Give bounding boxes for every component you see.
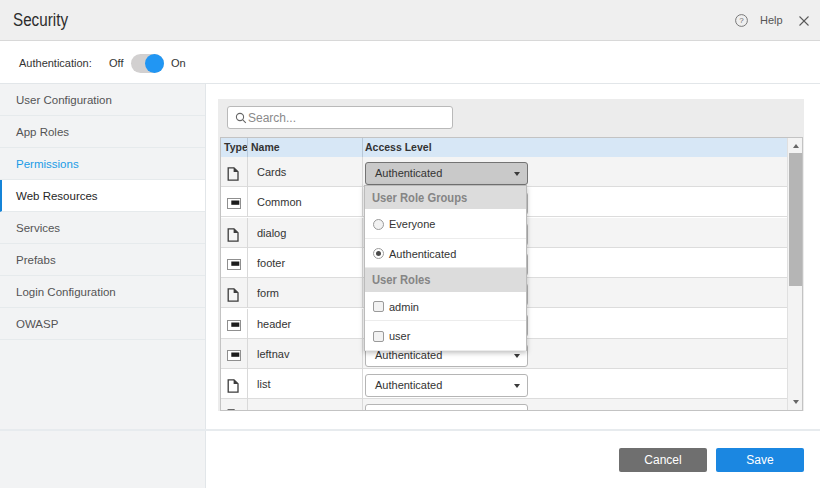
svg-text:?: ?: [739, 16, 744, 25]
